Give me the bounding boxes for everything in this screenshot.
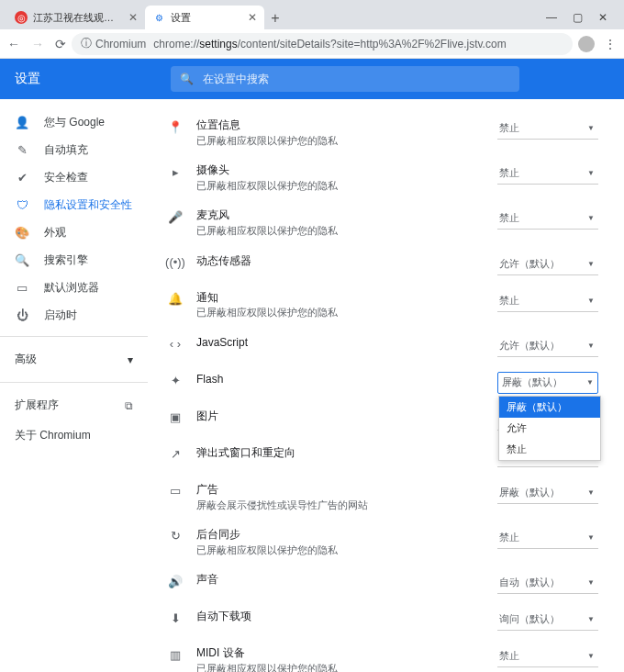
perm-body: 动态传感器 — [196, 253, 485, 269]
chevron-down-icon: ▼ — [587, 214, 595, 222]
url-text: chrome://settings/content/siteDetails?si… — [153, 38, 506, 50]
chevron-down-icon: ▼ — [587, 578, 595, 587]
perm-control: 禁止▼ — [497, 118, 598, 140]
chevron-down-icon: ▼ — [587, 652, 595, 660]
main: 👤您与 Google ✎自动填充 ✔安全检查 🛡隐私设置和安全性 🎨外观 🔍搜索… — [0, 99, 624, 672]
perm-icon: ⬇ — [167, 610, 184, 626]
select-option[interactable]: 屏蔽（默认） — [499, 397, 600, 418]
search-input[interactable] — [203, 73, 510, 85]
perm-select[interactable]: 禁止▼ — [497, 118, 598, 140]
perm-title: 弹出式窗口和重定向 — [196, 445, 485, 461]
perm-select[interactable]: 屏蔽（默认）▼ — [497, 482, 598, 504]
sidebar-item-search[interactable]: 🔍搜索引擎 — [0, 246, 148, 274]
perm-control: 禁止▼ — [497, 207, 598, 230]
perm-select[interactable]: 允许（默认）▼ — [497, 253, 598, 275]
perm-select[interactable]: 禁止▼ — [497, 207, 598, 230]
settings-search[interactable]: 🔍 — [171, 66, 519, 92]
forward-button[interactable]: → — [31, 37, 44, 51]
perm-title: 后台同步 — [196, 527, 485, 543]
address-bar: ← → ⟳ ⓘ Chromium chrome://settings/conte… — [0, 29, 624, 59]
sidebar-item-default-browser[interactable]: ▭默认浏览器 — [0, 274, 148, 301]
sidebar-item-autofill[interactable]: ✎自动填充 — [0, 136, 148, 163]
perm-row: 📍位置信息已屏蔽相应权限以保护您的隐私禁止▼ — [167, 110, 598, 155]
tab-title: 设置 — [171, 11, 242, 25]
perm-row: ⬇自动下载项询问（默认）▼ — [167, 601, 598, 638]
perm-select[interactable]: 禁止▼ — [497, 290, 598, 312]
browser-icon: ▭ — [15, 281, 29, 295]
perm-body: 图片 — [196, 409, 485, 424]
select-value: 屏蔽（默认） — [499, 486, 560, 499]
close-button[interactable]: ✕ — [596, 11, 609, 24]
select-value: 禁止 — [499, 211, 519, 225]
security-chip: ⓘ Chromium — [81, 36, 146, 51]
perm-icon: ↗ — [167, 446, 184, 463]
close-icon[interactable]: ✕ — [248, 11, 257, 24]
select-option[interactable]: 允许 — [499, 418, 600, 439]
tab-strip: ◎ 江苏卫视在线观看_江苏电视台 ✕ ⚙ 设置 ✕ + — [7, 0, 538, 29]
perm-title: 麦克风 — [196, 207, 485, 223]
perm-title: 广告 — [196, 482, 485, 498]
perm-body: Flash — [196, 372, 485, 387]
tab-title: 江苏卫视在线观看_江苏电视台 — [33, 11, 123, 25]
select-option[interactable]: 禁止 — [499, 439, 600, 460]
sidebar-extensions[interactable]: 扩展程序⧉ — [0, 390, 148, 420]
sidebar-about[interactable]: 关于 Chromium — [0, 420, 148, 451]
close-icon[interactable]: ✕ — [128, 11, 138, 24]
perm-subtitle: 已屏蔽相应权限以保护您的隐私 — [196, 179, 485, 193]
search-icon: 🔍 — [15, 253, 29, 267]
gear-icon: ⚙ — [152, 11, 165, 24]
new-tab-button[interactable]: + — [264, 7, 286, 29]
perm-control: 禁止▼ — [497, 527, 598, 549]
perm-subtitle: 已屏蔽相应权限以保护您的隐私 — [196, 543, 485, 557]
perm-title: Flash — [196, 372, 485, 387]
perm-body: JavaScript — [196, 335, 485, 351]
minimize-button[interactable]: — — [545, 11, 558, 24]
perm-title: 自动下载项 — [196, 609, 485, 624]
security-icon: 🛡 — [15, 198, 29, 212]
perm-body: 后台同步已屏蔽相应权限以保护您的隐私 — [196, 527, 485, 557]
perm-row: ▥MIDI 设备已屏蔽相应权限以保护您的隐私禁止▼ — [167, 638, 598, 672]
maximize-button[interactable]: ▢ — [571, 11, 584, 24]
perm-select[interactable]: 询问（默认）▼ — [497, 609, 598, 631]
perm-title: 动态传感器 — [196, 253, 485, 269]
menu-button[interactable]: ⋮ — [604, 37, 617, 51]
sidebar-item-you-google[interactable]: 👤您与 Google — [0, 108, 148, 136]
perm-title: 位置信息 — [196, 118, 485, 133]
select-dropdown: 屏蔽（默认）允许禁止 — [498, 396, 601, 461]
reload-button[interactable]: ⟳ — [55, 37, 66, 51]
perm-select[interactable]: 允许（默认）▼ — [497, 335, 598, 357]
perm-select[interactable]: 禁止▼ — [497, 527, 598, 549]
perm-row: 🎤麦克风已屏蔽相应权限以保护您的隐私禁止▼ — [167, 200, 598, 245]
perm-select[interactable]: 自动（默认）▼ — [497, 572, 598, 594]
sidebar-item-appearance[interactable]: 🎨外观 — [0, 218, 148, 246]
perm-select[interactable]: 禁止▼ — [497, 645, 598, 667]
sidebar-item-startup[interactable]: ⏻启动时 — [0, 301, 148, 329]
perm-select[interactable]: 禁止▼ — [497, 162, 598, 185]
perm-row: ↻后台同步已屏蔽相应权限以保护您的隐私禁止▼ — [167, 520, 598, 565]
power-icon: ⏻ — [15, 308, 29, 322]
nav-buttons: ← → ⟳ — [7, 37, 66, 51]
perm-select[interactable]: 屏蔽（默认）▼屏蔽（默认）允许禁止 — [497, 372, 598, 394]
tab-0[interactable]: ◎ 江苏卫视在线观看_江苏电视台 ✕ — [7, 6, 145, 29]
perm-subtitle: 已屏蔽相应权限以保护您的隐私 — [196, 306, 485, 319]
tab-1[interactable]: ⚙ 设置 ✕ — [145, 6, 264, 29]
chevron-down-icon: ▼ — [587, 488, 595, 497]
select-value: 允许（默认） — [499, 339, 560, 353]
sidebar-item-privacy[interactable]: 🛡隐私设置和安全性 — [0, 191, 148, 218]
select-value: 禁止 — [499, 121, 519, 135]
select-value: 允许（默认） — [499, 257, 560, 271]
profile-avatar[interactable] — [578, 36, 595, 52]
perm-control: 询问（默认）▼ — [497, 609, 598, 631]
sidebar-advanced[interactable]: 高级▾ — [0, 344, 148, 375]
perm-control: 允许（默认）▼ — [497, 335, 598, 357]
sidebar-item-safety[interactable]: ✔安全检查 — [0, 163, 148, 191]
perm-subtitle: 屏蔽会展示侵扰性或误导性广告的网站 — [196, 498, 485, 512]
back-button[interactable]: ← — [7, 37, 20, 51]
omnibox[interactable]: ⓘ Chromium chrome://settings/content/sit… — [72, 33, 573, 55]
perm-control: 允许（默认）▼ — [497, 253, 598, 275]
site-permissions[interactable]: 📍位置信息已屏蔽相应权限以保护您的隐私禁止▼▸摄像头已屏蔽相应权限以保护您的隐私… — [149, 99, 624, 672]
select-value: 自动（默认） — [499, 576, 560, 589]
select-value: 禁止 — [499, 294, 519, 308]
perm-body: 麦克风已屏蔽相应权限以保护您的隐私 — [196, 207, 485, 238]
perm-icon: ↻ — [167, 528, 184, 544]
